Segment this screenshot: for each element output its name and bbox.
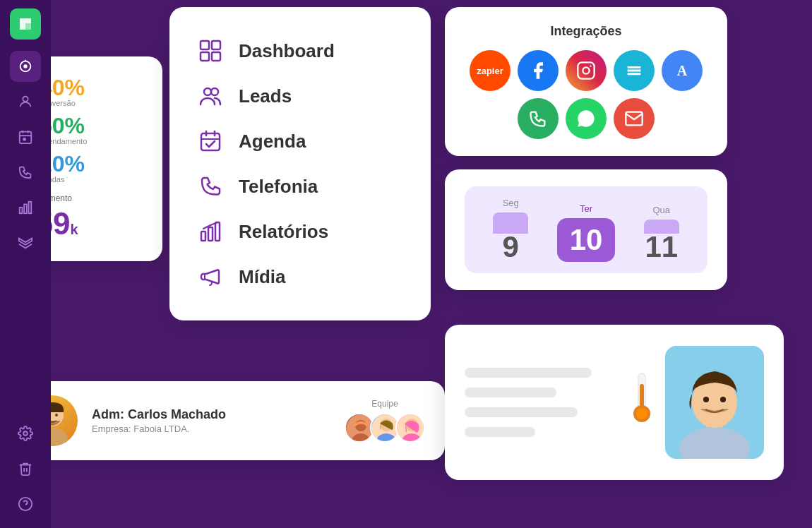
cal-label-qua: Qua	[652, 205, 670, 215]
svg-point-3	[23, 97, 28, 102]
faturamento-suffix: k	[71, 222, 78, 237]
svg-rect-4	[20, 132, 32, 144]
svg-rect-25	[201, 232, 205, 241]
cal-num-qua: 11	[645, 232, 678, 262]
sidebar-item-midia[interactable]	[10, 227, 41, 258]
cal-label-seg: Seg	[503, 198, 519, 208]
svg-rect-28	[578, 62, 594, 78]
agenda-icon	[195, 126, 226, 157]
telefonia-icon	[195, 171, 226, 202]
svg-point-56	[720, 397, 726, 402]
profile-card: Adm: Carlos Machado Empresa: Faboia LTDA…	[7, 381, 445, 460]
integration-instagram[interactable]	[566, 50, 607, 91]
temp-line-3	[465, 407, 578, 417]
sidebar-item-dashboard[interactable]	[10, 51, 41, 82]
team-avatar-3	[395, 413, 425, 443]
integrations-title: Integrações	[465, 24, 707, 39]
menu-item-telefonia[interactable]: Telefonia	[195, 164, 405, 209]
menu-item-leads[interactable]: Leads	[195, 73, 405, 119]
integration-xero[interactable]	[614, 50, 655, 91]
cal-day-qua: Qua 11	[644, 205, 679, 262]
svg-point-19	[204, 88, 211, 95]
svg-rect-18	[212, 52, 220, 61]
sidebar	[0, 0, 51, 528]
menu-card: Dashboard Leads Agenda	[169, 7, 431, 320]
menu-item-dashboard[interactable]: Dashboard	[195, 28, 405, 73]
temperature-card	[445, 325, 784, 480]
cal-day-ter[interactable]: Ter 10	[557, 203, 616, 262]
integrations-card: Integrações zapier A	[445, 7, 727, 156]
temp-line-1	[465, 368, 592, 378]
svg-point-37	[55, 414, 58, 416]
svg-point-12	[23, 431, 28, 436]
menu-label-dashboard: Dashboard	[239, 40, 335, 62]
sidebar-item-phone[interactable]	[10, 157, 41, 188]
svg-rect-17	[201, 52, 209, 61]
sidebar-item-reports[interactable]	[10, 192, 41, 223]
svg-rect-10	[24, 204, 27, 213]
svg-point-55	[703, 397, 709, 402]
svg-point-20	[211, 88, 218, 95]
profile-info: Adm: Carlos Machado Empresa: Faboia LTDA…	[92, 407, 330, 434]
svg-point-30	[590, 65, 591, 66]
temp-line-4	[465, 427, 535, 437]
sidebar-item-settings[interactable]	[10, 418, 41, 449]
menu-item-midia[interactable]: Mídia	[195, 254, 405, 299]
cal-num-ter: 10	[570, 225, 603, 255]
leads-icon	[195, 80, 226, 112]
svg-point-50	[636, 408, 647, 419]
integration-zapier[interactable]: zapier	[470, 50, 511, 91]
profile-company: Empresa: Faboia LTDA.	[92, 424, 330, 434]
svg-point-0	[23, 64, 28, 68]
menu-label-agenda: Agenda	[239, 131, 306, 152]
svg-rect-27	[215, 222, 220, 241]
relatorios-icon	[195, 216, 226, 247]
svg-rect-26	[208, 227, 213, 241]
profile-team-avatars	[345, 413, 425, 443]
profile-team-label: Equipe	[371, 399, 398, 409]
svg-rect-21	[201, 133, 220, 150]
sidebar-logo[interactable]	[10, 8, 41, 40]
calendar-card: Seg 9 Ter 10 Qua 11	[445, 169, 727, 290]
profile-name: Adm: Carlos Machado	[92, 407, 330, 422]
integrations-grid: zapier A	[465, 50, 707, 139]
sidebar-item-users[interactable]	[10, 86, 41, 117]
svg-rect-11	[29, 202, 32, 214]
svg-rect-16	[212, 41, 220, 49]
svg-point-29	[583, 67, 589, 73]
cal-day-seg: Seg 9	[493, 198, 528, 262]
menu-label-telefonia: Telefonia	[239, 176, 318, 198]
cal-num-seg: 9	[503, 232, 519, 262]
integration-google-ads[interactable]: A	[662, 50, 703, 91]
integration-whatsapp[interactable]	[566, 98, 607, 139]
cal-label-ter: Ter	[580, 203, 592, 214]
svg-rect-15	[201, 41, 209, 49]
thermometer-icon	[624, 370, 659, 436]
svg-rect-8	[23, 138, 25, 140]
calendar-inner: Seg 9 Ter 10 Qua 11	[465, 186, 707, 273]
menu-item-relatorios[interactable]: Relatórios	[195, 209, 405, 254]
sidebar-item-trash[interactable]	[10, 453, 41, 484]
integration-facebook[interactable]	[518, 50, 559, 91]
midia-icon	[195, 261, 226, 292]
profile-team-section: Equipe	[345, 399, 425, 443]
svg-rect-9	[20, 208, 23, 213]
menu-item-agenda[interactable]: Agenda	[195, 119, 405, 164]
person-avatar	[665, 346, 764, 459]
integration-phone[interactable]	[518, 98, 559, 139]
temp-line-2	[465, 388, 556, 397]
integration-email[interactable]	[614, 98, 655, 139]
temp-lines	[465, 368, 619, 437]
menu-label-leads: Leads	[239, 85, 292, 107]
sidebar-item-calendar[interactable]	[10, 121, 41, 152]
dashboard-icon	[195, 35, 226, 66]
sidebar-item-help[interactable]	[10, 488, 41, 520]
menu-label-relatorios: Relatórios	[239, 221, 328, 243]
menu-label-midia: Mídia	[239, 266, 285, 288]
